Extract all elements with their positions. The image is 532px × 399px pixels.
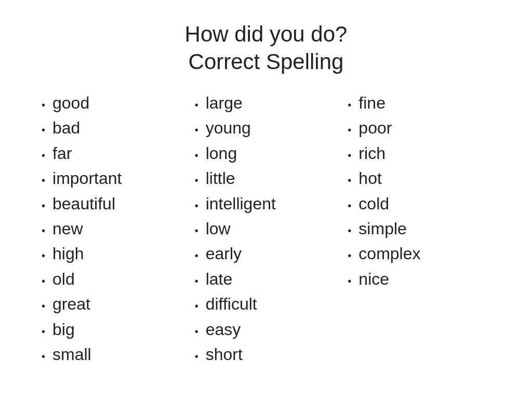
- bullet-icon: •: [42, 173, 45, 188]
- word-label: young: [206, 116, 251, 140]
- bullet-icon: •: [348, 198, 351, 214]
- list-item: •high: [42, 242, 195, 265]
- column-3: •fine•poor•rich•hot•cold•simple•complex•…: [348, 91, 501, 292]
- word-label: complex: [358, 242, 420, 265]
- list-item: •long: [195, 141, 348, 165]
- word-label: small: [52, 342, 91, 366]
- bullet-icon: •: [42, 324, 45, 339]
- list-item: •poor: [348, 116, 501, 140]
- bullet-icon: •: [195, 123, 198, 138]
- list-item: •hot: [348, 166, 501, 190]
- bullet-icon: •: [348, 123, 351, 138]
- word-columns: •good•bad•far•important•beautiful•new•hi…: [31, 91, 501, 367]
- word-label: hot: [358, 166, 381, 190]
- bullet-icon: •: [195, 148, 198, 163]
- list-item: •complex: [348, 242, 501, 265]
- bullet-icon: •: [42, 248, 45, 263]
- bullet-icon: •: [42, 223, 45, 238]
- bullet-icon: •: [42, 148, 45, 163]
- list-item: •small: [42, 342, 195, 366]
- word-label: large: [206, 91, 243, 115]
- bullet-icon: •: [195, 349, 198, 364]
- bullet-icon: •: [348, 173, 351, 188]
- bullet-icon: •: [348, 248, 351, 263]
- bullet-icon: •: [42, 299, 45, 314]
- word-label: important: [52, 166, 122, 190]
- bullet-icon: •: [195, 173, 198, 188]
- bullet-icon: •: [195, 198, 198, 214]
- list-item: •late: [195, 267, 348, 291]
- bullet-icon: •: [42, 349, 45, 364]
- word-label: rich: [358, 141, 385, 165]
- word-label: easy: [206, 317, 241, 341]
- bullet-icon: •: [348, 223, 351, 238]
- bullet-icon: •: [348, 274, 351, 289]
- word-label: great: [52, 292, 90, 316]
- bullet-icon: •: [195, 299, 198, 314]
- page-title: How did you do? Correct Spelling: [185, 21, 348, 75]
- list-item: •low: [195, 217, 348, 241]
- word-label: big: [52, 317, 75, 341]
- list-item: •little: [195, 166, 348, 190]
- word-label: bad: [52, 116, 80, 140]
- list-item: •beautiful: [42, 192, 195, 216]
- list-item: •young: [195, 116, 348, 140]
- list-item: •bad: [42, 116, 195, 140]
- column-2: •large•young•long•little•intelligent•low…: [195, 91, 348, 367]
- list-item: •great: [42, 292, 195, 316]
- list-item: •intelligent: [195, 192, 348, 216]
- word-label: difficult: [206, 292, 257, 316]
- bullet-icon: •: [195, 223, 198, 238]
- title-line1: How did you do?: [185, 21, 348, 48]
- bullet-icon: •: [195, 248, 198, 263]
- list-item: •difficult: [195, 292, 348, 316]
- list-item: •old: [42, 267, 195, 291]
- word-label: low: [206, 217, 231, 241]
- list-item: •important: [42, 166, 195, 190]
- list-item: •simple: [348, 217, 501, 241]
- word-label: beautiful: [52, 192, 115, 216]
- list-item: •big: [42, 317, 195, 341]
- bullet-icon: •: [195, 324, 198, 339]
- bullet-icon: •: [42, 274, 45, 289]
- bullet-icon: •: [348, 98, 351, 113]
- word-label: old: [52, 267, 75, 291]
- bullet-icon: •: [42, 98, 45, 113]
- word-label: poor: [358, 116, 392, 140]
- title-line2: Correct Spelling: [185, 48, 348, 76]
- word-label: little: [206, 166, 235, 190]
- list-item: •nice: [348, 267, 501, 291]
- word-label: far: [52, 141, 72, 165]
- list-item: •new: [42, 217, 195, 241]
- word-label: high: [52, 242, 84, 265]
- list-item: •large: [195, 91, 348, 115]
- word-label: simple: [358, 217, 406, 241]
- word-label: fine: [358, 91, 385, 115]
- list-item: •good: [42, 91, 195, 115]
- list-item: •easy: [195, 317, 348, 341]
- column-1: •good•bad•far•important•beautiful•new•hi…: [42, 91, 195, 367]
- list-item: •fine: [348, 91, 501, 115]
- bullet-icon: •: [195, 98, 198, 113]
- list-item: •rich: [348, 141, 501, 165]
- word-label: short: [206, 342, 243, 366]
- bullet-icon: •: [195, 274, 198, 289]
- word-label: long: [206, 141, 237, 165]
- word-label: intelligent: [206, 192, 276, 216]
- list-item: •short: [195, 342, 348, 366]
- word-label: early: [206, 242, 242, 265]
- word-label: good: [52, 91, 89, 115]
- word-label: cold: [358, 192, 389, 216]
- bullet-icon: •: [42, 198, 45, 214]
- bullet-icon: •: [348, 148, 351, 163]
- word-label: late: [206, 267, 233, 291]
- word-label: nice: [358, 267, 389, 291]
- word-label: new: [52, 217, 83, 241]
- list-item: •early: [195, 242, 348, 265]
- page: How did you do? Correct Spelling •good•b…: [0, 0, 532, 399]
- list-item: •far: [42, 141, 195, 165]
- bullet-icon: •: [42, 123, 45, 138]
- list-item: •cold: [348, 192, 501, 216]
